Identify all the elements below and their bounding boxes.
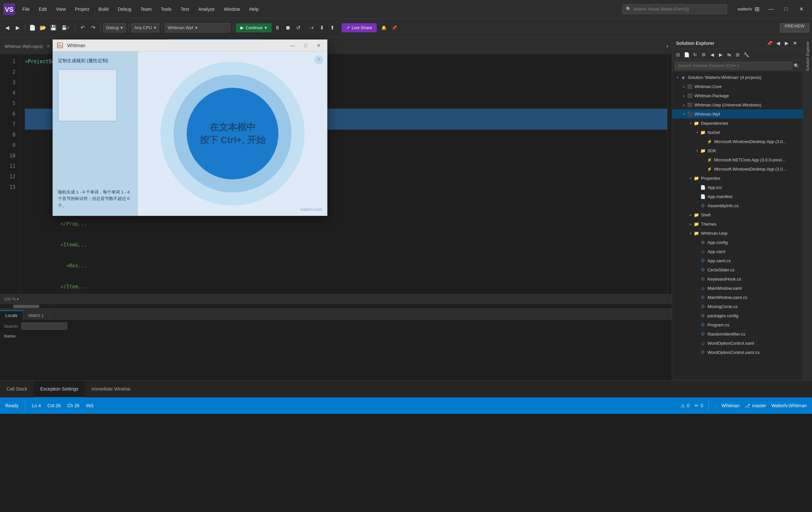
watch1-tab[interactable]: Watch 1 <box>23 311 50 320</box>
status-project[interactable]: Walterlv.Whitman <box>772 403 807 408</box>
tree-item-2[interactable]: ▸ ⬛ Whitman.Package <box>672 91 803 100</box>
pin-button[interactable]: 📌 <box>390 23 399 32</box>
locals-tab[interactable]: Locals <box>0 310 23 320</box>
bottom-tab-immediate[interactable]: Immediate Window <box>85 381 137 398</box>
editor-scrollbar[interactable] <box>667 54 672 294</box>
continue-button[interactable]: ▶ Continue ▾ <box>236 23 271 32</box>
se-props[interactable]: 🔧 <box>742 51 750 59</box>
whitman-help-button[interactable]: ? <box>314 55 323 64</box>
title-search[interactable]: 🔍 Search Visual Studio (Ctrl+Q) <box>622 4 727 14</box>
notifications-button[interactable]: 🔔 <box>379 23 388 32</box>
tree-item-29[interactable]: ◇ WordOptionControl.xaml <box>672 338 803 348</box>
tree-item-23[interactable]: ◇ MainWindow.xaml <box>672 283 803 293</box>
tree-item-9[interactable]: ⚡ Microsoft.NETCore.App (3.0.0-previ... <box>672 155 803 164</box>
menu-tools[interactable]: Tools <box>157 5 176 13</box>
tree-item-0[interactable]: ▾ ◈ Solution 'Walterlv.Whitman' (4 proje… <box>672 73 803 82</box>
tree-item-27[interactable]: © Program.cs <box>672 320 803 329</box>
tree-item-22[interactable]: © KeyboardHook.cs <box>672 274 803 283</box>
step-over[interactable]: ⇢ <box>307 23 316 32</box>
tree-item-8[interactable]: ▾ 📁 SDK <box>672 146 803 155</box>
tree-item-4[interactable]: ▾ ⬛ Whitman.Wpf <box>672 109 803 119</box>
se-next-item[interactable]: ▶ <box>717 51 725 59</box>
restart-button[interactable]: ↺ <box>294 23 303 32</box>
tree-item-24[interactable]: © MainWindow.xaml.cs <box>672 293 803 302</box>
se-show-all-files[interactable]: 📄 <box>683 51 691 59</box>
menu-build[interactable]: Build <box>94 5 112 13</box>
save-button[interactable]: 💾 <box>49 23 58 32</box>
se-search-icon[interactable]: 🔍 <box>792 62 800 70</box>
tree-item-11[interactable]: ▾ 📁 Properties <box>672 174 803 183</box>
menu-file[interactable]: File <box>18 5 34 13</box>
whitman-minimize-button[interactable]: — <box>288 42 297 49</box>
bottom-tab-exceptions[interactable]: Exception Settings <box>34 381 85 398</box>
forward-button[interactable]: ▶ <box>13 23 22 32</box>
bottom-tab-callstack[interactable]: Call Stack <box>0 381 34 398</box>
menu-edit[interactable]: Edit <box>35 5 51 13</box>
tree-item-6[interactable]: ▾ 📁 NuGet <box>672 128 803 137</box>
se-prev-item[interactable]: ◀ <box>708 51 716 59</box>
tree-item-3[interactable]: ▸ ⬛ Whitman.Uwp (Universal Windows) <box>672 100 803 109</box>
step-out[interactable]: ⬆ <box>328 23 337 32</box>
platform-dropdown[interactable]: Any CPU ▾ <box>132 23 159 32</box>
tree-item-28[interactable]: © RandomIdentifier.cs <box>672 329 803 338</box>
tree-item-18[interactable]: ⚙ App.config <box>672 238 803 247</box>
back-button[interactable]: ◀ <box>3 23 12 32</box>
debug-mode-dropdown[interactable]: Debug ▾ <box>103 23 126 32</box>
se-close-button[interactable]: ✕ <box>791 39 799 47</box>
project-dropdown[interactable]: Whitman.Wpf ▾ <box>165 23 230 32</box>
undo-button[interactable]: ↶ <box>78 23 87 32</box>
whitman-config-box[interactable] <box>58 69 117 121</box>
tree-item-30[interactable]: © WordOptionControl.xaml.cs <box>672 348 803 357</box>
h-scrollbar-thumb[interactable] <box>13 305 39 308</box>
live-share-button[interactable]: ↗ Live Share <box>342 23 377 32</box>
horizontal-scrollbar[interactable] <box>0 304 672 308</box>
pause-button[interactable]: ⏸ <box>273 23 282 32</box>
open-button[interactable]: 📂 <box>38 23 48 32</box>
tree-item-1[interactable]: ▸ ⬛ Whitman.Core <box>672 82 803 91</box>
step-into[interactable]: ⬇ <box>317 23 326 32</box>
tree-item-25[interactable]: © MovingCircle.cs <box>672 302 803 311</box>
tree-item-15[interactable]: ▸ 📁 Shell <box>672 210 803 219</box>
whitman-maximize-button[interactable]: □ <box>301 42 310 49</box>
tree-item-7[interactable]: ⚡ Microsoft.WindowsDesktop.App (3.0... <box>672 137 803 146</box>
menu-team[interactable]: Team <box>137 5 155 13</box>
tree-item-10[interactable]: ⚡ Microsoft.WindowsDesktop.App (3.0... <box>672 164 803 174</box>
redo-button[interactable]: ↷ <box>88 23 97 32</box>
se-search-input[interactable] <box>675 62 792 70</box>
tree-item-16[interactable]: ▸ 📁 Themes <box>672 219 803 229</box>
tree-item-19[interactable]: ◇ App.xaml <box>672 247 803 256</box>
preview-button[interactable]: PREVIEW <box>780 23 809 32</box>
save-all-button[interactable]: 💾✓ <box>59 23 72 32</box>
tab-0[interactable]: Whitman.Wpf.csproj ✕ <box>0 39 57 53</box>
zoom-chevron[interactable]: ▾ <box>17 297 19 302</box>
menu-analyze[interactable]: Analyze <box>194 5 219 13</box>
menu-project[interactable]: Project <box>71 5 93 13</box>
se-sync-with-active[interactable]: ↹ <box>725 51 733 59</box>
tab-overflow-button[interactable]: ▾ <box>663 39 672 53</box>
tree-item-21[interactable]: © CircleSlider.cs <box>672 265 803 274</box>
maximize-button[interactable]: □ <box>779 3 794 15</box>
status-branch[interactable]: ⎇ master <box>745 403 766 408</box>
se-collapse-all[interactable]: ⊟ <box>674 51 682 59</box>
tree-item-5[interactable]: ▾ 📁 Dependencies <box>672 119 803 128</box>
status-warnings[interactable]: ⚠ 0 <box>680 403 690 408</box>
tree-item-12[interactable]: 📄 App.ico <box>672 183 803 192</box>
search-input[interactable] <box>21 323 67 330</box>
status-errors[interactable]: ✏ 0 <box>695 403 703 408</box>
menu-help[interactable]: Help <box>245 5 263 13</box>
menu-window[interactable]: Window <box>220 5 244 13</box>
menu-debug[interactable]: Debug <box>114 5 135 13</box>
se-settings[interactable]: ⚙ <box>700 51 707 59</box>
menu-test[interactable]: Test <box>177 5 193 13</box>
tab-0-close[interactable]: ✕ <box>45 43 52 50</box>
right-tab-solution-explorer[interactable]: Solution Explorer <box>804 37 811 75</box>
se-filter[interactable]: ⊞ <box>734 51 742 59</box>
stop-button[interactable]: ⏹ <box>283 23 292 32</box>
zoom-level[interactable]: 100 % <box>4 297 16 302</box>
se-nav-back[interactable]: ◀ <box>774 39 782 47</box>
se-pin-button[interactable]: 📌 <box>765 39 773 47</box>
tree-item-20[interactable]: © App.xaml.cs <box>672 256 803 265</box>
menu-view[interactable]: View <box>52 5 70 13</box>
whitman-close-button[interactable]: ✕ <box>314 42 323 49</box>
tree-item-13[interactable]: 📄 App.manifest <box>672 192 803 201</box>
